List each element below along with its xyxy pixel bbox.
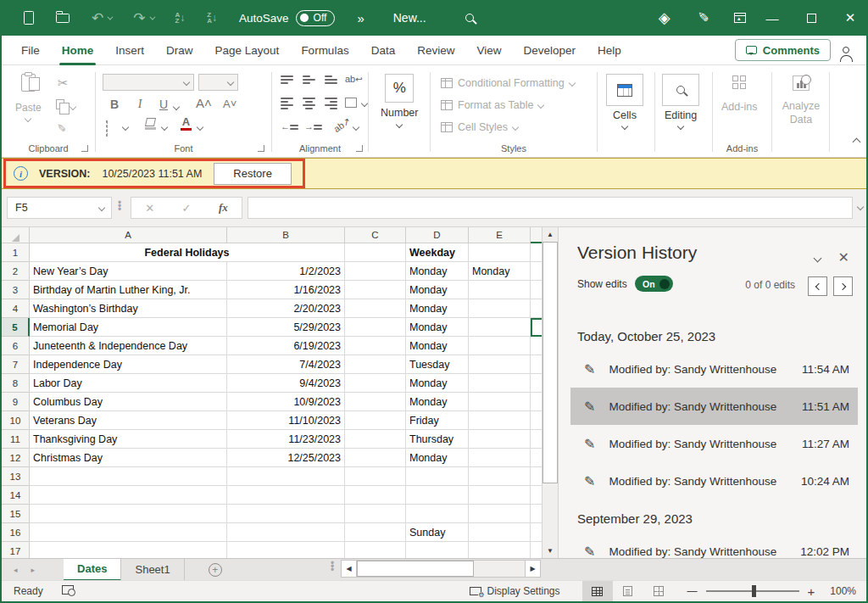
tab-insert[interactable]: Insert <box>104 36 155 65</box>
version-entry[interactable]: ✎Modified by: Sandy Writtenhouse11:51 AM <box>570 388 858 425</box>
cell-a12[interactable]: Christmas Day <box>30 449 227 467</box>
cell-e3[interactable] <box>469 281 531 299</box>
tab-developer[interactable]: Developer <box>512 36 587 65</box>
cell-f6-partial[interactable] <box>531 337 542 355</box>
row-header-8[interactable]: 8 <box>2 374 30 393</box>
cell-b10[interactable]: 11/10/2023 <box>227 411 345 430</box>
cell-e12[interactable] <box>469 449 531 467</box>
cell-a16[interactable] <box>30 523 227 542</box>
sheet-tab-sheet1[interactable]: Sheet1 <box>121 559 184 581</box>
page-layout-view-button[interactable] <box>613 581 643 602</box>
cell-d10[interactable]: Friday <box>406 411 469 430</box>
cell-d8[interactable]: Monday <box>406 374 469 393</box>
cell-a7[interactable]: Independence Day <box>30 355 227 374</box>
cell-f16-partial[interactable] <box>531 523 542 542</box>
cell-a5[interactable]: Memorial Day <box>30 318 227 337</box>
cell-c13[interactable] <box>345 467 406 486</box>
name-box[interactable]: F5 <box>7 197 112 219</box>
font-size-select[interactable] <box>198 74 238 91</box>
new-file-icon[interactable] <box>24 11 34 25</box>
editing-button[interactable]: Editing <box>662 74 699 129</box>
row-header-2[interactable]: 2 <box>2 262 30 281</box>
alignment-dialog-launcher[interactable] <box>356 145 363 152</box>
cell-styles-button[interactable]: Cell Styles <box>441 116 518 137</box>
cell-b13[interactable] <box>227 467 345 486</box>
decrease-font-button[interactable]: A˅ <box>223 98 236 110</box>
cell-d17[interactable] <box>406 542 469 558</box>
insert-function-icon[interactable]: fx <box>219 201 228 215</box>
column-header-C[interactable]: C <box>345 227 406 243</box>
sort-za-icon[interactable]: ZA↓ <box>207 12 217 24</box>
cell-b5[interactable]: 5/29/2023 <box>227 318 345 337</box>
cell-c12[interactable] <box>345 449 406 467</box>
merge-center-dropdown-icon[interactable] <box>361 100 368 107</box>
cell-e5[interactable] <box>469 318 531 337</box>
cell-d5[interactable]: Monday <box>406 318 469 337</box>
cell-d12[interactable]: Monday <box>406 449 469 467</box>
cell-c15[interactable] <box>345 505 406 523</box>
tab-draw[interactable]: Draw <box>155 36 204 65</box>
sheet-nav-left-icon[interactable]: ◂ <box>14 566 18 574</box>
cell-c1[interactable] <box>345 243 406 262</box>
cell-b3[interactable]: 1/16/2023 <box>227 281 345 299</box>
show-edits-toggle[interactable]: On <box>635 276 673 292</box>
enter-icon[interactable]: ✓ <box>182 202 192 215</box>
cells-button[interactable]: Cells <box>606 74 643 129</box>
comments-button[interactable]: Comments <box>735 39 831 61</box>
cell-d1-weekday-header[interactable]: Weekday <box>406 243 469 262</box>
cell-e11[interactable] <box>469 430 531 449</box>
cell-b12[interactable]: 12/25/2023 <box>227 449 345 467</box>
normal-view-button[interactable] <box>582 581 613 602</box>
cell-f14-partial[interactable] <box>531 486 542 505</box>
spreadsheet-grid[interactable]: ABCDE1Federal HolidaysWeekday2New Year’s… <box>2 227 558 558</box>
zoom-slider-thumb[interactable] <box>752 585 756 597</box>
cell-b14[interactable] <box>227 486 345 505</box>
share-person-icon[interactable] <box>843 47 854 53</box>
tab-home[interactable]: Home <box>51 36 105 65</box>
panel-close-icon[interactable]: ✕ <box>838 249 849 265</box>
cell-c8[interactable] <box>345 374 406 393</box>
align-left-icon[interactable] <box>281 98 293 109</box>
cell-f15-partial[interactable] <box>531 505 542 523</box>
decrease-indent-icon[interactable]: ← <box>281 121 298 131</box>
cell-c9[interactable] <box>345 393 406 411</box>
sheet-splitter-dots[interactable]: ••• <box>331 561 334 572</box>
tab-file[interactable]: File <box>10 36 51 65</box>
tab-page-layout[interactable]: Page Layout <box>204 36 291 65</box>
cell-c3[interactable] <box>345 281 406 299</box>
scroll-down-icon[interactable]: ▼ <box>542 544 558 558</box>
cell-a10[interactable]: Veterans Day <box>30 411 227 430</box>
cell-a6[interactable]: Juneteenth & Independence Day <box>30 337 227 355</box>
scroll-left-icon[interactable]: ◀ <box>342 561 357 577</box>
open-folder-icon[interactable] <box>56 14 70 23</box>
previous-edit-button[interactable] <box>808 276 827 296</box>
copy-icon[interactable] <box>56 98 75 113</box>
zoom-level[interactable]: 100% <box>830 585 856 597</box>
cell-a4[interactable]: Washington’s Birthday <box>30 299 227 318</box>
formula-bar-handle[interactable]: ••• <box>118 201 121 211</box>
zoom-slider[interactable] <box>706 590 799 591</box>
bold-button[interactable]: B <box>108 98 121 111</box>
row-header-3[interactable]: 3 <box>2 281 30 299</box>
cell-f1-partial[interactable] <box>531 243 542 262</box>
format-as-table-button[interactable]: Format as Table <box>441 94 543 115</box>
fill-color-dropdown-icon[interactable] <box>161 124 168 131</box>
display-settings-button[interactable]: Display Settings <box>470 585 559 597</box>
orientation-dropdown-icon[interactable] <box>353 124 359 131</box>
italic-button[interactable]: I <box>133 98 147 111</box>
sheet-tab-dates[interactable]: Dates <box>64 559 121 581</box>
borders-button[interactable] <box>106 121 108 137</box>
align-center-icon[interactable] <box>303 98 315 109</box>
clipboard-dialog-launcher[interactable] <box>81 145 88 152</box>
expand-formula-bar-icon[interactable] <box>857 204 864 210</box>
name-box-dropdown-icon[interactable] <box>98 204 105 211</box>
increase-font-button[interactable]: A˄ <box>196 96 212 110</box>
align-bottom-icon[interactable] <box>325 75 337 84</box>
vertical-scroll-thumb[interactable] <box>542 242 558 483</box>
cell-f8-partial[interactable] <box>531 374 542 393</box>
next-edit-button[interactable] <box>833 276 853 296</box>
version-entry[interactable]: ✎Modified by: Sandy Writtenhouse11:54 AM <box>570 350 858 388</box>
cell-e14[interactable] <box>469 486 531 505</box>
formula-input[interactable] <box>248 197 853 219</box>
tab-data[interactable]: Data <box>360 36 407 65</box>
